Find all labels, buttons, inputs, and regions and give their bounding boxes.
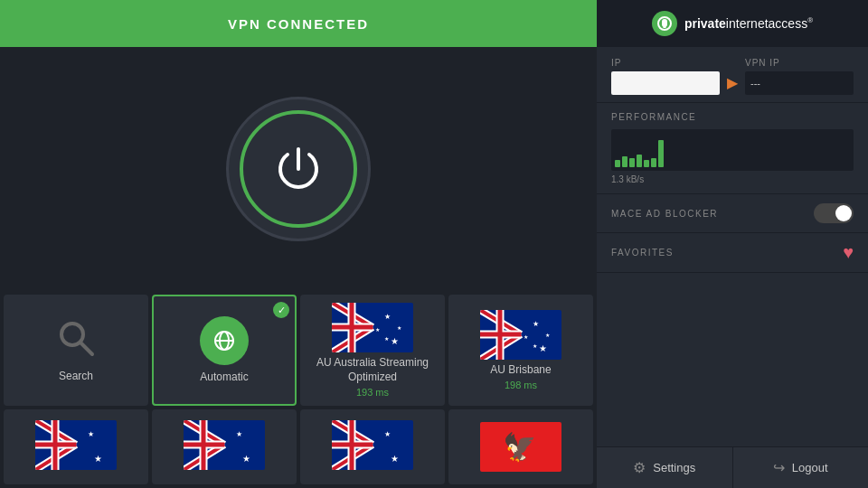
svg-text:★: ★ [88,430,94,438]
au-brisbane-label: AU Brisbane [490,363,551,378]
svg-text:★: ★ [391,336,399,346]
perf-bar-3 [629,158,635,167]
logout-icon: ↪ [773,459,785,476]
mace-label: MACE AD BLOCKER [611,209,718,219]
vpn-ip-text: --- [750,78,760,89]
left-panel: VPN CONNECTED Search [0,0,597,488]
mace-section: MACE AD BLOCKER [597,194,868,233]
right-panel: privateinternetaccess® IP ▶ VPN IP --- P… [597,0,868,488]
svg-text:★: ★ [242,454,250,464]
svg-rect-69 [663,24,665,28]
perf-bar-1 [615,160,620,167]
svg-text:★: ★ [384,430,391,438]
performance-section: PERFORMANCE 1.3 kB/s [597,103,868,194]
perf-bar-5 [644,160,649,167]
settings-label: Settings [653,461,695,474]
au-card-1[interactable]: ★ ★ [4,409,148,484]
search-card[interactable]: Search [4,295,148,406]
ip-col: IP [611,58,720,95]
svg-text:★: ★ [545,333,550,338]
performance-chart [611,129,854,171]
search-icon [54,316,98,366]
au-streaming-ms: 193 ms [356,387,389,398]
favorites-heart-icon[interactable]: ♥ [843,242,854,263]
svg-text:★: ★ [375,327,380,333]
favorites-section: FAVORITES ♥ [597,233,868,273]
power-section [0,47,597,291]
svg-text:★: ★ [94,454,102,464]
au-brisbane-flag: ★ ★ ★ ★ ★ [480,310,561,360]
au-flag-1: ★ ★ [35,420,117,470]
svg-text:★: ★ [391,454,399,464]
power-icon [271,142,326,196]
performance-label: PERFORMANCE [611,112,854,122]
pia-brand-name: privateinternetaccess® [684,16,813,31]
au-brisbane-ms: 198 ms [505,380,537,390]
perf-bar-2 [622,156,627,167]
svg-text:★: ★ [533,320,539,328]
pia-header: privateinternetaccess® [597,0,868,47]
power-button[interactable] [226,97,371,241]
perf-bar-6 [651,158,656,167]
svg-text:★: ★ [236,430,242,438]
mace-toggle[interactable] [814,203,854,223]
au-streaming-label: AU Australia Streaming Optimized [304,356,441,384]
perf-bar-4 [637,155,642,167]
auto-icon [200,316,249,365]
vpn-ip-label: VPN IP [745,58,854,68]
logout-button[interactable]: ↪ Logout [733,446,869,488]
albania-card[interactable]: 🦅 [448,409,593,484]
bottom-buttons: ⚙ Settings ↪ Logout [597,446,868,488]
ip-section: IP ▶ VPN IP --- [597,47,868,103]
au-flag-2: ★ ★ [184,420,265,470]
selected-badge [273,302,289,318]
vpn-status-text: VPN CONNECTED [228,16,369,32]
svg-text:🦅: 🦅 [503,431,537,464]
automatic-label: Automatic [200,371,248,385]
au-streaming-card[interactable]: ★ ★ ★ ★ ★ AU Australia Streaming Optimiz… [300,295,445,406]
albania-flag: 🦅 [480,422,561,472]
settings-gear-icon: ⚙ [633,459,646,476]
ip-arrow-icon: ▶ [727,74,738,91]
svg-text:★: ★ [524,334,528,340]
favorites-label: FAVORITES [611,248,674,258]
vpn-ip-col: VPN IP --- [745,58,854,95]
settings-button[interactable]: ⚙ Settings [597,446,733,488]
svg-text:★: ★ [384,313,391,321]
svg-text:★: ★ [539,343,547,353]
spacer [597,273,868,446]
svg-line-1 [80,343,92,354]
mace-row: MACE AD BLOCKER [611,203,854,223]
power-ring [240,110,357,228]
vpn-ip-value: --- [745,71,854,95]
au-card-3[interactable]: ★ ★ [300,409,445,484]
logout-label: Logout [792,461,828,474]
server-grid: Search Automatic [0,291,597,488]
au-card-2[interactable]: ★ ★ [152,409,297,484]
pia-logo [652,11,677,36]
au-flag-3: ★ ★ [332,420,413,470]
performance-speed: 1.3 kB/s [611,174,854,184]
ip-label: IP [611,58,720,68]
ip-value [611,71,720,95]
au-brisbane-card[interactable]: ★ ★ ★ ★ ★ AU Brisbane 198 ms [448,295,593,406]
svg-text:★: ★ [397,325,401,331]
search-label: Search [59,370,93,384]
svg-text:★: ★ [384,336,389,342]
perf-bar-7 [658,140,664,167]
au-streaming-flag: ★ ★ ★ ★ ★ [332,303,413,352]
automatic-card[interactable]: Automatic [152,295,297,406]
svg-text:★: ★ [533,343,537,349]
vpn-banner: VPN CONNECTED [0,0,597,47]
